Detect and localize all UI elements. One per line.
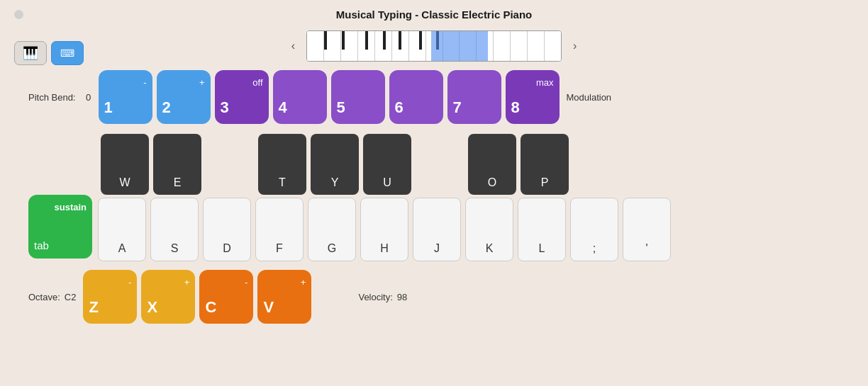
key-z-bottom: Z bbox=[89, 298, 98, 317]
sustain-bottom-label: tab bbox=[34, 239, 49, 251]
key-d-letter: D bbox=[223, 242, 231, 255]
keyboard-nav: ‹ bbox=[0, 26, 868, 70]
key-h-letter: H bbox=[380, 242, 389, 255]
pitch-btn-4[interactable]: 4 bbox=[273, 70, 327, 124]
empty-space-1 bbox=[206, 134, 254, 195]
key-o-letter: O bbox=[488, 176, 496, 189]
key-f-letter: F bbox=[276, 242, 283, 255]
key-x[interactable]: + X bbox=[141, 270, 195, 324]
key-e-letter: E bbox=[174, 176, 182, 189]
pitch-btn-4-bottom: 4 bbox=[279, 98, 287, 117]
piano-highlight bbox=[431, 31, 488, 62]
key-s-letter: S bbox=[171, 242, 179, 255]
key-y-letter: Y bbox=[331, 176, 339, 189]
key-z-top: - bbox=[128, 277, 131, 288]
pitch-bend-row: Pitch Bend: 0 - 1 + 2 off 3 4 5 6 7 bbox=[21, 70, 847, 124]
key-v-bottom: V bbox=[263, 298, 274, 317]
pitch-btn-3[interactable]: off 3 bbox=[215, 70, 269, 124]
window-controls bbox=[14, 10, 23, 19]
key-s[interactable]: S bbox=[150, 198, 199, 261]
pitch-btn-8[interactable]: max 8 bbox=[506, 70, 560, 124]
pitch-bend-label: Pitch Bend: bbox=[28, 92, 76, 103]
key-p[interactable]: P bbox=[521, 134, 569, 195]
sustain-top-label: sustain bbox=[54, 202, 87, 212]
title-bar: Musical Typing - Classic Electric Piano bbox=[0, 0, 868, 26]
pitch-btn-8-top: max bbox=[536, 77, 554, 88]
window-title: Musical Typing - Classic Electric Piano bbox=[336, 8, 532, 21]
key-u[interactable]: U bbox=[363, 134, 411, 195]
nav-right-arrow[interactable]: › bbox=[569, 38, 581, 54]
pitch-btn-2-bottom: 2 bbox=[162, 98, 171, 117]
pitch-btn-6-bottom: 6 bbox=[395, 98, 404, 117]
key-w[interactable]: W bbox=[101, 134, 149, 195]
toolbar-icons: 🎹 ⌨ bbox=[14, 41, 84, 65]
key-z[interactable]: - Z bbox=[83, 270, 137, 324]
pitch-btn-5-bottom: 5 bbox=[337, 98, 345, 117]
key-o[interactable]: O bbox=[468, 134, 516, 195]
key-e[interactable]: E bbox=[153, 134, 201, 195]
key-x-bottom: X bbox=[147, 298, 157, 317]
piano-icon: 🎹 bbox=[23, 45, 38, 61]
pitch-btn-7-bottom: 7 bbox=[453, 98, 462, 117]
key-v-top: + bbox=[301, 277, 306, 288]
pitch-btn-7[interactable]: 7 bbox=[447, 70, 501, 124]
key-v[interactable]: + V bbox=[257, 270, 311, 324]
octave-label: Octave: bbox=[28, 292, 60, 302]
key-d[interactable]: D bbox=[203, 198, 251, 261]
key-c-bottom: C bbox=[205, 298, 216, 317]
octave-value: C2 bbox=[65, 292, 77, 302]
piano-view-button[interactable]: 🎹 bbox=[14, 41, 47, 65]
key-p-letter: P bbox=[541, 176, 549, 189]
pitch-btn-8-bottom: 8 bbox=[511, 98, 520, 117]
key-g-letter: G bbox=[328, 242, 336, 255]
key-h[interactable]: H bbox=[360, 198, 408, 261]
key-k[interactable]: K bbox=[465, 198, 513, 261]
pitch-btn-2[interactable]: + 2 bbox=[157, 70, 211, 124]
nav-left-arrow[interactable]: ‹ bbox=[287, 38, 299, 54]
key-c-top: - bbox=[245, 277, 247, 288]
key-l[interactable]: L bbox=[518, 198, 566, 261]
key-t[interactable]: T bbox=[258, 134, 306, 195]
black-keys-row: W E T Y U bbox=[98, 134, 673, 195]
keyboard-view-button[interactable]: ⌨ bbox=[51, 41, 84, 65]
key-t-letter: T bbox=[279, 176, 286, 189]
key-l-letter: L bbox=[539, 242, 545, 255]
key-quote-letter: ' bbox=[645, 242, 647, 255]
key-semicolon-letter: ; bbox=[593, 242, 596, 255]
key-a[interactable]: A bbox=[98, 198, 146, 261]
velocity-label: Velocity: bbox=[358, 292, 392, 302]
pitch-bend-value: 0 bbox=[83, 92, 94, 103]
pitch-btn-1-bottom: 1 bbox=[104, 98, 113, 117]
key-u-letter: U bbox=[383, 176, 391, 189]
pitch-btn-5[interactable]: 5 bbox=[331, 70, 385, 124]
pitch-btn-3-bottom: 3 bbox=[221, 98, 229, 117]
pitch-btn-2-top: + bbox=[199, 77, 205, 88]
key-g[interactable]: G bbox=[308, 198, 356, 261]
key-j[interactable]: J bbox=[413, 198, 461, 261]
key-c[interactable]: - C bbox=[199, 270, 253, 324]
key-semicolon[interactable]: ; bbox=[570, 198, 618, 261]
velocity-section: Velocity: 98 bbox=[358, 292, 407, 302]
modulation-label: Modulation bbox=[567, 92, 612, 103]
pitch-btn-1[interactable]: - 1 bbox=[99, 70, 152, 124]
key-j-letter: J bbox=[434, 242, 440, 255]
window-dot-close[interactable] bbox=[14, 10, 23, 19]
key-f[interactable]: F bbox=[255, 198, 304, 261]
key-y[interactable]: Y bbox=[311, 134, 359, 195]
main-content: Pitch Bend: 0 - 1 + 2 off 3 4 5 6 7 bbox=[0, 70, 868, 324]
key-w-letter: W bbox=[119, 176, 130, 189]
key-a-letter: A bbox=[118, 242, 126, 255]
pitch-btn-6[interactable]: 6 bbox=[389, 70, 443, 124]
empty-space-3 bbox=[573, 134, 621, 195]
pitch-btn-3-top: off bbox=[252, 77, 262, 88]
keyboard-icon: ⌨ bbox=[60, 47, 74, 59]
keys-area: sustain tab W E T bbox=[21, 134, 847, 261]
piano-keys-container: W E T Y U bbox=[98, 134, 673, 261]
key-quote[interactable]: ' bbox=[623, 198, 671, 261]
key-k-letter: K bbox=[486, 242, 494, 255]
sustain-button[interactable]: sustain tab bbox=[28, 195, 92, 259]
pitch-btn-1-top: - bbox=[143, 77, 146, 88]
empty-space-2 bbox=[416, 134, 464, 195]
velocity-value: 98 bbox=[397, 292, 407, 302]
key-x-top: + bbox=[184, 277, 190, 288]
